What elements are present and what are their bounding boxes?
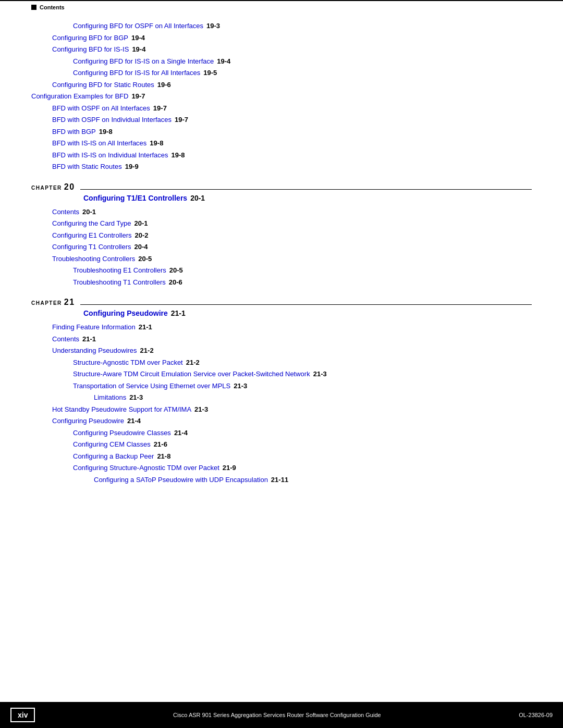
chapter-20-header: CHAPTER 20: [31, 182, 532, 192]
toc-page: 21-2: [186, 357, 200, 368]
chapter-word: CHAPTER: [31, 185, 62, 191]
toc-entry: Troubleshooting T1 Controllers 20-6: [73, 277, 532, 288]
toc-entry: BFD with BGP 19-8: [52, 127, 532, 137]
toc-entry: Configuring T1 Controllers 20-4: [52, 242, 532, 252]
toc-entry: Troubleshooting Controllers 20-5: [52, 254, 532, 264]
toc-entry: BFD with OSPF on Individual Interfaces 1…: [52, 115, 532, 125]
toc-link[interactable]: Hot Standby Pseudowire Support for ATM/I…: [52, 404, 191, 415]
page-footer: xiv Cisco ASR 901 Series Aggregation Ser…: [0, 702, 563, 728]
toc-page: 19-3: [206, 21, 220, 31]
chapter-number-21: 21: [64, 298, 75, 307]
toc-link[interactable]: Contents: [52, 334, 79, 344]
toc-entry: Configuring Pseudowire Classes 21-4: [73, 428, 532, 438]
toc-link[interactable]: Configuring Pseudowire Classes: [73, 428, 171, 438]
toc-link[interactable]: BFD with OSPF on All Interfaces: [52, 103, 150, 114]
chapter-label-20: CHAPTER 20: [31, 182, 75, 192]
toc-link[interactable]: Configuring E1 Controllers: [52, 230, 131, 241]
main-content: Configuring BFD for OSPF on All Interfac…: [31, 21, 532, 697]
chapter-20-title-row: Configuring T1/E1 Controllers 20-1: [31, 193, 532, 204]
footer-page-number: xiv: [10, 708, 35, 722]
toc-entry: Configuring the Card Type 20-1: [52, 218, 532, 229]
chapter-word-21: CHAPTER: [31, 300, 62, 306]
toc-link[interactable]: BFD with BGP: [52, 127, 96, 137]
page-header: Contents: [31, 4, 65, 10]
toc-link[interactable]: Configuring BFD for OSPF on All Interfac…: [73, 21, 203, 31]
chapter-21-page: 21-1: [171, 308, 186, 319]
toc-entry: Configuring a SAToP Pseudowire with UDP …: [94, 475, 532, 485]
footer-doc-num: OL-23826-09: [519, 712, 553, 718]
toc-link[interactable]: BFD with Static Routes: [52, 162, 122, 172]
toc-page: 21-1: [139, 322, 152, 332]
toc-link[interactable]: BFD with IS-IS on Individual Interfaces: [52, 150, 168, 161]
chapter-20-page: 20-1: [190, 193, 205, 204]
toc-link[interactable]: Configuring BFD for BGP: [52, 33, 128, 43]
toc-page: 20-5: [138, 254, 152, 264]
toc-link[interactable]: Configuring BFD for Static Routes: [52, 80, 154, 90]
toc-link[interactable]: Configuring BFD for IS-IS: [52, 44, 129, 55]
toc-entry: Configuring BFD for Static Routes 19-6: [52, 80, 532, 90]
toc-page: 20-4: [134, 242, 148, 252]
toc-page: 20-1: [134, 218, 148, 229]
toc-link[interactable]: Configuring the Card Type: [52, 218, 131, 229]
toc-entry: Configuring E1 Controllers 20-2: [52, 230, 532, 241]
toc-link[interactable]: Configuring a SAToP Pseudowire with UDP …: [94, 475, 268, 485]
toc-link[interactable]: Configuring T1 Controllers: [52, 242, 131, 252]
top-border: [0, 0, 563, 1]
toc-link[interactable]: Transportation of Service Using Ethernet…: [73, 381, 230, 391]
toc-link[interactable]: Understanding Pseudowires: [52, 346, 137, 356]
toc-link[interactable]: Structure-Agnostic TDM over Packet: [73, 357, 183, 368]
toc-link[interactable]: Configuring Structure-Agnostic TDM over …: [73, 463, 219, 473]
toc-entry: BFD with Static Routes 19-9: [52, 162, 532, 172]
toc-entry: Structure-Agnostic TDM over Packet 21-2: [73, 357, 532, 368]
toc-link[interactable]: Troubleshooting Controllers: [52, 254, 135, 264]
toc-page: 19-8: [172, 150, 185, 161]
toc-page: 19-7: [153, 103, 167, 114]
toc-page: 21-4: [127, 416, 141, 426]
toc-link[interactable]: Troubleshooting T1 Controllers: [73, 277, 166, 288]
toc-page: 20-1: [82, 207, 96, 217]
toc-entry: Configuring CEM Classes 21-6: [73, 439, 532, 450]
toc-page: 21-3: [194, 404, 208, 415]
toc-page: 20-2: [134, 230, 148, 241]
toc-page: 21-6: [154, 439, 167, 450]
chapter-21-section: CHAPTER 21 Configuring Pseudowire 21-1 F…: [31, 298, 532, 485]
chapter-20-title-link[interactable]: Configuring T1/E1 Controllers: [83, 193, 187, 204]
chapter-line-20: [80, 189, 532, 190]
toc-page: 19-8: [99, 127, 113, 137]
toc-entry: Configuring BFD for BGP 19-4: [52, 33, 532, 43]
toc-entry: Configuring BFD for IS-IS for All Interf…: [73, 68, 532, 78]
toc-section-bfd: Configuring BFD for OSPF on All Interfac…: [31, 21, 532, 172]
toc-page: 19-4: [131, 33, 145, 43]
header-square: [31, 5, 36, 10]
toc-page: 19-4: [217, 56, 230, 67]
chapter-21-title-link[interactable]: Configuring Pseudowire: [83, 308, 168, 319]
toc-entry: Contents 20-1: [52, 207, 532, 217]
chapter-21-header: CHAPTER 21: [31, 298, 532, 307]
toc-link[interactable]: Configuration Examples for BFD: [31, 91, 128, 102]
toc-link[interactable]: Structure-Aware TDM Circuit Emulation Se…: [73, 369, 310, 379]
toc-page: 21-8: [157, 451, 170, 462]
toc-page: 19-9: [125, 162, 139, 172]
toc-page: 19-4: [132, 44, 145, 55]
toc-link[interactable]: Configuring CEM Classes: [73, 439, 151, 450]
toc-entry: Configuring BFD for IS-IS on a Single In…: [73, 56, 532, 67]
toc-link[interactable]: Troubleshooting E1 Controllers: [73, 265, 166, 276]
toc-link[interactable]: Configuring BFD for IS-IS for All Interf…: [73, 68, 200, 78]
toc-link[interactable]: BFD with IS-IS on All Interfaces: [52, 138, 146, 149]
toc-page: 19-5: [203, 68, 217, 78]
toc-link[interactable]: BFD with OSPF on Individual Interfaces: [52, 115, 172, 125]
toc-link[interactable]: Contents: [52, 207, 79, 217]
toc-link[interactable]: Configuring Pseudowire: [52, 416, 124, 426]
footer-doc-title: Cisco ASR 901 Series Aggregation Service…: [45, 712, 508, 718]
toc-page: 21-3: [313, 369, 327, 379]
toc-link[interactable]: Configuring BFD for IS-IS on a Single In…: [73, 56, 214, 67]
toc-page: 20-6: [169, 277, 182, 288]
toc-link[interactable]: Limitations: [94, 392, 126, 403]
toc-link[interactable]: Configuring a Backup Peer: [73, 451, 154, 462]
toc-entry: Contents 21-1: [52, 334, 532, 344]
toc-entry: Configuring Structure-Agnostic TDM over …: [73, 463, 532, 473]
chapter-20-section: CHAPTER 20 Configuring T1/E1 Controllers…: [31, 182, 532, 288]
toc-entry: Configuring Pseudowire 21-4: [52, 416, 532, 426]
toc-page: 21-2: [140, 346, 154, 356]
toc-link[interactable]: Finding Feature Information: [52, 322, 136, 332]
